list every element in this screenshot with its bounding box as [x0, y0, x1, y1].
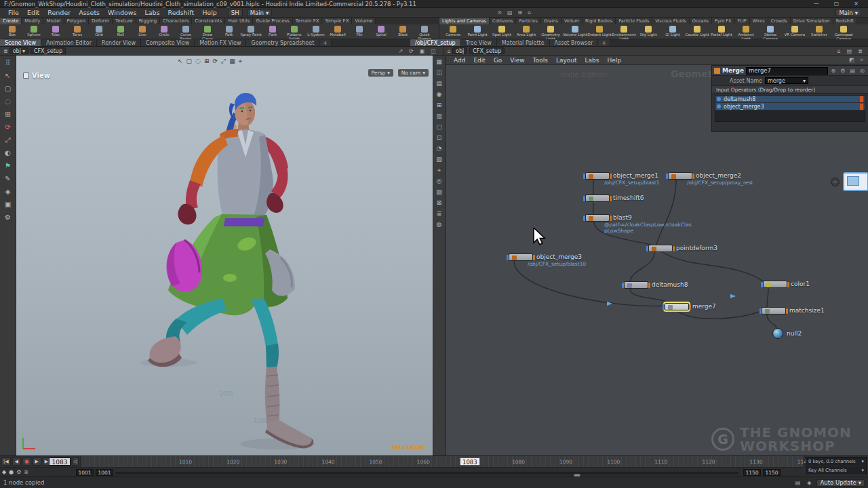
display-flag[interactable]	[860, 96, 863, 102]
status-memory-icon[interactable]: ▤	[794, 480, 802, 486]
new-tab-button[interactable]: +	[598, 39, 610, 46]
menu-help[interactable]: Help	[198, 9, 221, 16]
net-menu-go[interactable]: Go	[490, 57, 506, 64]
shelf-tool-box[interactable]: Box	[1, 25, 23, 37]
tab-asset-browser[interactable]: Asset Browser	[550, 39, 599, 46]
snap-mode-icon[interactable]: ▦	[229, 58, 235, 65]
lasso-select-tool-icon[interactable]: ◌	[5, 97, 11, 106]
shelf-tool-switcher[interactable]: Switcher	[807, 25, 831, 37]
shelf-tab[interactable]: Pyro FX	[712, 18, 735, 24]
shelf-tab[interactable]: Particle Fluids	[616, 18, 652, 24]
node-body[interactable]	[648, 245, 673, 252]
tab-composite-view[interactable]: Composite View	[141, 39, 195, 46]
shelf-tab[interactable]: Characters	[160, 18, 192, 24]
box-select-tool-icon[interactable]: ▢	[5, 84, 11, 93]
pin-icon[interactable]: ⊕	[830, 68, 837, 74]
net-home-icon[interactable]: ⌂	[836, 48, 842, 54]
shelf-tool-gamepad-camera[interactable]: Gamepad Camera	[831, 25, 856, 39]
shelf-tool-area-light[interactable]: Area Light	[514, 25, 538, 37]
shelf-tab[interactable]: Guide Process	[253, 18, 292, 24]
input-operator-item[interactable]: deltamush8	[715, 96, 865, 103]
net-menu-edit[interactable]: Edit	[469, 57, 489, 64]
material-icon[interactable]: ▧	[436, 155, 442, 164]
jump-start-button[interactable]: |◀	[1, 458, 11, 466]
background-icon[interactable]: ⊠	[437, 199, 442, 207]
shelf-tab[interactable]: Crowds	[768, 18, 791, 24]
shelf-tab[interactable]: Hair Utils	[225, 18, 253, 24]
shelf-tab[interactable]: Collisions	[490, 18, 517, 24]
minimize-button[interactable]: —	[814, 1, 819, 7]
menu-labs[interactable]: Labs	[140, 9, 163, 16]
net-grid-icon[interactable]: ▤	[846, 48, 854, 54]
network-image-thumbnail[interactable]	[843, 172, 868, 191]
global-end-field[interactable]: 1150	[763, 469, 781, 476]
network-editor[interactable]: Add Edit Go View Tools Layout Labs Help …	[445, 56, 868, 455]
keys-info-row[interactable]: 0 keys, 0.0 channels▾	[806, 458, 866, 466]
network-canvas[interactable]: Indie Edition Geometry	[446, 65, 868, 455]
shelf-tool-geometry-light[interactable]: Geometry Light	[538, 25, 563, 39]
shelf-tab[interactable]: Simple FX	[322, 18, 352, 24]
node-object-merge3[interactable]: object_merge3 /obj/CFX_setup/blast10	[509, 253, 582, 261]
shelf-tool-spot-light[interactable]: Spot Light	[490, 25, 514, 37]
gear-icon[interactable]: ⚙	[839, 68, 846, 74]
wireframe-icon[interactable]: ▢	[436, 123, 442, 131]
shelf-tab[interactable]: Polygon	[64, 18, 90, 24]
shelf-tab[interactable]: Texture	[113, 18, 136, 24]
select-tool-icon[interactable]: ↖	[5, 71, 10, 80]
node-object-merge1[interactable]: object_merge1 /obj/CFX_setup/blast1	[585, 172, 658, 180]
shelf-tab[interactable]: Vellum	[561, 18, 583, 24]
left-path-root[interactable]: obj▾	[9, 47, 28, 54]
camera-selector[interactable]: No cam▾	[398, 69, 429, 77]
display-list-icon[interactable]: ≣	[437, 209, 442, 218]
shelf-tab[interactable]: Grains	[541, 18, 561, 24]
move-mode-icon[interactable]: ⊞	[204, 58, 210, 65]
node-body[interactable]	[509, 253, 533, 261]
asset-name-select[interactable]: merge▾	[765, 77, 808, 84]
shelf-tab[interactable]: Wires	[750, 18, 768, 24]
shelf-tool-lsystem[interactable]: L-System	[305, 25, 327, 37]
shelf-tab[interactable]: Terrain FX	[293, 18, 323, 24]
menu-assets[interactable]: Assets	[75, 9, 104, 16]
node-body[interactable]	[585, 214, 610, 222]
node-matchsize1[interactable]: matchsize1	[762, 307, 825, 314]
shelf-tool-quick-shapes[interactable]: Quick Shapes	[414, 25, 435, 39]
lighting-icon[interactable]: ⊡	[437, 134, 442, 142]
menu-file[interactable]: File	[4, 9, 23, 16]
net-list-icon[interactable]: ≣	[856, 48, 864, 54]
shelf-tool-tube[interactable]: Tube	[45, 25, 66, 37]
shelf-tool-gi-light[interactable]: GI Light	[660, 25, 685, 37]
autokey-icon[interactable]: ●	[9, 469, 14, 475]
node-body[interactable]	[624, 281, 648, 289]
menu-render[interactable]: Render	[43, 9, 75, 16]
desktop-selector[interactable]: Main▾	[247, 9, 273, 16]
audio-icon[interactable]: ≋	[24, 469, 28, 475]
shelf-tool-sky-light[interactable]: Sky Light	[636, 25, 660, 37]
shelf-tool-point-light[interactable]: Point Light	[465, 25, 490, 37]
shelf-tab[interactable]: Particles	[516, 18, 540, 24]
layout-icon[interactable]: ⊞	[516, 9, 524, 16]
grid-tool-icon[interactable]: ▣	[5, 200, 11, 209]
node-merge7[interactable]: merge7	[665, 303, 716, 310]
shelf-tool-camera[interactable]: Camera	[441, 25, 465, 37]
render-region-icon[interactable]: ◍	[437, 220, 442, 229]
shelf-tool-volume-light[interactable]: Volume Light	[563, 25, 587, 37]
net-menu-labs[interactable]: Labs	[581, 57, 604, 64]
node-blast9[interactable]: blast9 @path=/cloakClaspLow:/cloakClas p…	[585, 214, 632, 222]
home-icon[interactable]: ⌂	[446, 48, 452, 54]
net-menu-help[interactable]: Help	[603, 57, 625, 64]
range-slider[interactable]	[115, 472, 739, 474]
shelf-tool-ambient-light[interactable]: Ambient Light	[734, 25, 758, 39]
shelf-tab[interactable]: Redshift	[833, 18, 857, 24]
shelf-tab[interactable]: Modify	[22, 18, 43, 24]
search-icon[interactable]: ◎	[859, 68, 866, 74]
shelf-tab[interactable]: Create	[0, 18, 22, 24]
rotate-mode-icon[interactable]: ⟳	[212, 58, 218, 65]
view-layout-icon[interactable]: ▦	[436, 58, 442, 66]
node-sphere-icon[interactable]	[772, 328, 783, 339]
shelf-tab[interactable]: Lights and Cameras	[439, 18, 490, 24]
shelf-tool-path[interactable]: Path	[218, 25, 240, 37]
shelf-tool-caustic-light[interactable]: Caustic Light	[685, 25, 709, 37]
playbar-options-icon[interactable]: ⚙	[16, 469, 21, 475]
projection-selector[interactable]: Persp▾	[368, 69, 393, 77]
tab-tree-view[interactable]: Tree View	[461, 39, 497, 46]
